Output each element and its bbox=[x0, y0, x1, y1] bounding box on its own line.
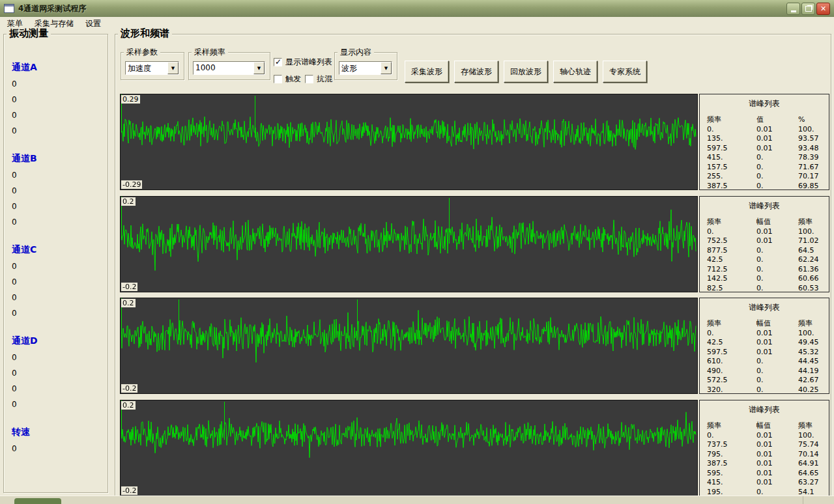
trigger-label: 触发 bbox=[285, 74, 301, 85]
display-content-combobox[interactable]: 波形 ▼ bbox=[339, 61, 392, 75]
sample-param-value: 加速度 bbox=[126, 62, 167, 74]
title-bar: 4通道网采测试程序 ✕ bbox=[0, 0, 834, 17]
shaft-orbit-button[interactable]: 轴心轨迹 bbox=[553, 61, 597, 83]
peak-cell: 610. bbox=[707, 357, 756, 367]
peak-cell: 135. bbox=[707, 134, 756, 144]
peak-column-header: 频率 bbox=[707, 115, 756, 125]
waveform-canvas bbox=[121, 94, 697, 189]
peak-cell: 0. bbox=[756, 284, 798, 293]
peak-cell: 70.14 bbox=[798, 450, 829, 460]
checkbox-icon: ✓ bbox=[274, 75, 282, 83]
peak-cell: 62.24 bbox=[798, 255, 829, 265]
peak-column-header: % bbox=[798, 115, 829, 125]
peak-column-header: 频率 bbox=[707, 421, 756, 431]
peak-cell: 0. bbox=[756, 385, 798, 395]
menu-item-2[interactable]: 设置 bbox=[79, 17, 107, 31]
peak-cell: 44.19 bbox=[798, 367, 829, 376]
channel-block: 转速0 bbox=[12, 427, 108, 456]
peak-row: 752.50.0171.02 bbox=[707, 236, 829, 246]
channel-label: 通道C bbox=[12, 244, 108, 256]
peak-row: 0.0.01100. bbox=[707, 125, 829, 135]
peak-cell: 387.5 bbox=[707, 459, 756, 469]
peak-cell: 142.5 bbox=[707, 274, 756, 284]
y-min-label: -0.2 bbox=[121, 486, 137, 495]
channel-block: 通道B0000 bbox=[12, 153, 108, 230]
plot-row: 0.29-0.29谱峰列表频率值%0.0.01100.135.0.0193.57… bbox=[120, 94, 829, 190]
peak-list-table: 频率值%0.0.01100.135.0.0193.57597.50.0193.4… bbox=[707, 115, 829, 190]
peak-cell: 877.5 bbox=[707, 246, 756, 256]
peak-list-title: 谱峰列表 bbox=[700, 404, 829, 415]
peak-cell: 157.5 bbox=[707, 163, 756, 173]
peak-cell: 78.39 bbox=[798, 153, 829, 163]
peak-cell: 0. bbox=[756, 488, 798, 497]
sample-param-label: 采样参数 bbox=[124, 47, 160, 58]
chevron-down-icon[interactable]: ▼ bbox=[253, 62, 265, 74]
peak-column-header: 幅值 bbox=[756, 217, 798, 227]
close-icon: ✕ bbox=[820, 5, 826, 13]
close-button[interactable]: ✕ bbox=[816, 3, 830, 15]
peak-cell: 0. bbox=[707, 227, 756, 237]
peak-cell: 0.01 bbox=[756, 134, 798, 144]
peak-cell: 0.01 bbox=[756, 459, 798, 469]
peak-cell: 597.5 bbox=[707, 348, 756, 357]
channel-value: 0 bbox=[12, 290, 108, 305]
checkbox-icon: ✓ bbox=[305, 75, 313, 83]
store-waveform-button[interactable]: 存储波形 bbox=[454, 61, 498, 83]
app-window: 4通道网采测试程序 ✕ 菜单采集与存储设置 振动测量 通道A0000通道B000… bbox=[0, 0, 834, 504]
peak-cell: 71.67 bbox=[798, 163, 829, 173]
peak-cell: 70.17 bbox=[798, 172, 829, 182]
peak-cell: 195. bbox=[707, 488, 756, 497]
peak-cell: 44.45 bbox=[798, 357, 829, 367]
show-peak-list-checkbox[interactable]: ✓ 显示谱峰列表 bbox=[274, 57, 332, 68]
peak-cell: 0. bbox=[756, 357, 798, 367]
peak-cell: 100. bbox=[798, 329, 829, 339]
peak-row: 572.50.42.67 bbox=[707, 376, 829, 385]
peak-row: 597.50.0145.32 bbox=[707, 348, 829, 357]
peak-list-header: 频率值% bbox=[707, 115, 829, 125]
anti-alias-checkbox[interactable]: ✓ 抗混 bbox=[305, 74, 332, 85]
taskbar-start-stub[interactable] bbox=[14, 498, 61, 504]
chevron-down-icon[interactable]: ▼ bbox=[167, 62, 179, 74]
peak-cell: 0. bbox=[707, 329, 756, 339]
peak-cell: 69.85 bbox=[798, 182, 829, 191]
peak-cell: 595. bbox=[707, 469, 756, 479]
anti-alias-label: 抗混 bbox=[317, 74, 332, 85]
channel-value: 0 bbox=[12, 350, 108, 365]
peak-cell: 795. bbox=[707, 450, 756, 460]
peak-cell: 93.48 bbox=[798, 144, 829, 154]
peak-cell: 82.5 bbox=[707, 284, 756, 293]
vibration-measure-group: 振动测量 通道A0000通道B0000通道C0000通道D0000转速0 bbox=[3, 34, 108, 493]
peak-cell: 64.91 bbox=[798, 459, 829, 469]
peak-cell: 712.5 bbox=[707, 265, 756, 275]
acquire-waveform-button[interactable]: 采集波形 bbox=[405, 61, 449, 83]
waveform-panel: 0.2-0.2 bbox=[120, 298, 698, 394]
peak-list-header: 频率幅值频率 bbox=[707, 217, 829, 227]
peak-cell: 45.32 bbox=[798, 348, 829, 357]
peak-row: 82.50.60.53 bbox=[707, 284, 829, 293]
peak-list-title: 谱峰列表 bbox=[700, 98, 829, 109]
peak-column-header: 频率 bbox=[707, 217, 756, 227]
channel-value: 0 bbox=[12, 183, 108, 199]
channel-value: 0 bbox=[12, 167, 108, 183]
minimize-button[interactable] bbox=[786, 3, 800, 15]
display-content-value: 波形 bbox=[339, 62, 381, 74]
peak-cell: 490. bbox=[707, 367, 756, 376]
expert-system-button[interactable]: 专家系统 bbox=[603, 61, 647, 83]
peak-cell: 0. bbox=[707, 125, 756, 135]
peak-cell: 0. bbox=[756, 367, 798, 376]
app-icon bbox=[4, 4, 14, 13]
sample-rate-combobox[interactable]: 1000 ▼ bbox=[193, 61, 265, 75]
peak-cell: 61.36 bbox=[798, 265, 829, 275]
peak-cell: 0.01 bbox=[756, 227, 798, 237]
peak-row: 195.0.54.1 bbox=[707, 488, 829, 497]
check-icon: ✓ bbox=[275, 57, 281, 66]
peak-cell: 63.27 bbox=[798, 478, 829, 488]
restore-button[interactable] bbox=[801, 3, 815, 15]
peak-cell: 0. bbox=[756, 255, 798, 265]
sample-param-combobox[interactable]: 加速度 ▼ bbox=[125, 61, 179, 75]
peak-column-header: 频率 bbox=[707, 319, 756, 329]
replay-waveform-button[interactable]: 回放波形 bbox=[504, 61, 548, 83]
peak-cell: 0.01 bbox=[756, 478, 798, 488]
trigger-checkbox[interactable]: ✓ 触发 bbox=[274, 74, 301, 85]
chevron-down-icon[interactable]: ▼ bbox=[381, 62, 392, 74]
